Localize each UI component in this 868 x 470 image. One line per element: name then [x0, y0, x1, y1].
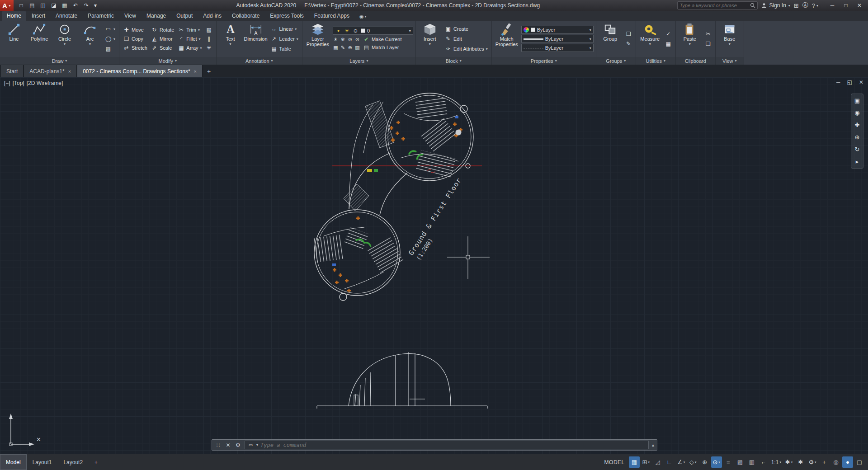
isolate-objects-button[interactable]: ◎ [830, 456, 841, 468]
offset-button[interactable]: ∥ [204, 34, 214, 43]
model-space-tab[interactable]: Model [0, 454, 27, 470]
close-tab-icon[interactable]: × [194, 69, 197, 74]
help-search-input[interactable] [679, 3, 750, 8]
search-icon[interactable] [750, 3, 755, 8]
tab-insert[interactable]: Insert [27, 11, 50, 21]
elevation-view[interactable] [317, 352, 487, 409]
layer-walk-icon[interactable]: ▦ [333, 45, 339, 51]
draw-panel-title[interactable]: Draw▾ [0, 57, 119, 65]
drawing-restore-button[interactable]: ◱ [847, 79, 852, 85]
file-tab-0072-cinemas[interactable]: 0072 - Cinemas Comp... Drawings Sections… [77, 65, 203, 77]
dimension-button[interactable]: A Dimension [244, 22, 268, 56]
autodesk-account-button[interactable]: Ⓐ [802, 1, 808, 9]
layer-lock-icon[interactable]: ⊙ [354, 37, 360, 42]
annotation-visibility-toggle[interactable]: ✱▾ [783, 456, 794, 468]
plot-button[interactable]: ▦ [60, 1, 70, 10]
viewport-minimize-control[interactable]: [−] [4, 80, 10, 86]
minimize-window-button[interactable]: ─ [826, 0, 839, 11]
grid-display-toggle[interactable]: ▦ [629, 456, 640, 468]
tab-add-ins[interactable]: Add-ins [198, 11, 226, 21]
dynamic-input-toggle[interactable]: ⌐ [758, 456, 769, 468]
orbit-icon[interactable]: ↻ [854, 146, 861, 153]
match-layer-button[interactable]: ▤Match Layer [362, 43, 401, 52]
command-input-wrap[interactable]: ▭ ▾ [245, 441, 649, 449]
polar-tracking-toggle[interactable]: ∠▾ [676, 456, 687, 468]
paste-button[interactable]: Paste ▾ [678, 22, 702, 56]
clean-screen-toggle[interactable]: ▢ [854, 456, 865, 468]
explode-button[interactable]: ✳ [204, 43, 214, 52]
new-file-button[interactable]: □ [16, 1, 26, 10]
layer-isolate-icon[interactable]: ⊘ [347, 37, 353, 42]
cut-button[interactable]: ✂ [703, 29, 713, 38]
stretch-button[interactable]: ⇄Stretch [122, 43, 149, 52]
groups-panel-title[interactable]: Groups▾ [596, 57, 636, 65]
command-prompt-icon[interactable]: ▭ [247, 442, 254, 447]
save-button[interactable]: ◫ [38, 1, 48, 10]
make-current-button[interactable]: ✔Make Current [362, 35, 403, 44]
snap-mode-toggle[interactable]: ⊞▾ [641, 456, 651, 468]
copy-button[interactable]: ❏Copy [122, 34, 149, 43]
text-button[interactable]: A Text ▾ [219, 22, 242, 56]
tab-home[interactable]: Home [2, 11, 26, 21]
annotation-panel-title[interactable]: Annotation▾ [217, 57, 302, 65]
command-history-toggle[interactable]: ▴ [652, 442, 654, 447]
drawing-minimize-button[interactable]: ─ [836, 79, 840, 85]
new-layout-button[interactable]: + [89, 454, 104, 470]
edit-block-button[interactable]: ✎Edit [443, 34, 489, 43]
layer-merge-icon[interactable]: ⊕ [347, 45, 353, 51]
new-drawing-tab-button[interactable]: + [203, 65, 215, 77]
lineweight-display-toggle[interactable]: ≡ [723, 456, 734, 468]
graphics-performance-toggle[interactable]: ● [842, 456, 853, 468]
redo-button[interactable]: ↷ [81, 1, 91, 10]
floor-plan[interactable]: Ground & First Floor (1:200) [313, 93, 473, 301]
workspace-switching-button[interactable]: ⚙▾ [807, 456, 818, 468]
erase-button[interactable]: ▧ [204, 25, 214, 34]
quick-calculator-button[interactable]: ▦ [664, 39, 673, 48]
annotation-scale-control[interactable]: 1:1▾ [770, 456, 783, 468]
transparency-toggle[interactable]: ▨ [735, 456, 745, 468]
table-button[interactable]: ▤Table [269, 44, 300, 53]
base-view-button[interactable]: Base ▾ [718, 22, 741, 56]
measure-button[interactable]: Measure ▾ [638, 22, 662, 56]
match-properties-button[interactable]: Match Properties [494, 22, 519, 56]
full-navigation-wheel-icon[interactable]: ▣ [854, 97, 861, 104]
block-panel-title[interactable]: Block▾ [416, 57, 491, 65]
move-button[interactable]: ✚Move [122, 25, 149, 34]
help-search-box[interactable] [677, 1, 758, 9]
autoscale-toggle[interactable]: ✱ [795, 456, 806, 468]
selection-cycling-toggle[interactable]: ▥ [746, 456, 757, 468]
insert-block-button[interactable]: Insert ▾ [418, 22, 442, 56]
drawing-close-button[interactable]: ✕ [859, 79, 863, 85]
tab-parametric[interactable]: Parametric [83, 11, 119, 21]
steering-wheel-icon[interactable]: ◉ [854, 109, 861, 116]
save-as-button[interactable]: ◪ [49, 1, 59, 10]
mirror-button[interactable]: ◭Mirror [150, 34, 175, 43]
command-grip-handle[interactable]: ∷ [215, 442, 222, 448]
command-line-bar[interactable]: ∷ ✕ ⚙ ▭ ▾ ▴ [212, 439, 657, 451]
space-indicator[interactable]: MODEL [604, 459, 625, 465]
command-input[interactable] [260, 442, 646, 448]
layers-panel-title[interactable]: Layers▾ [302, 57, 415, 65]
ribbon-display-toggle[interactable]: ◉ ▾ [359, 14, 367, 21]
line-button[interactable]: Line [2, 22, 26, 56]
create-block-button[interactable]: ▣Create [443, 24, 489, 33]
linear-dimension-button[interactable]: ↔Linear▾ [269, 24, 300, 33]
object-color-dropdown[interactable]: ByLayer ▾ [521, 26, 594, 34]
polyline-button[interactable]: Polyline [28, 22, 51, 56]
maximize-window-button[interactable]: □ [839, 0, 853, 11]
sign-in-button[interactable]: Sign In ▾ [761, 2, 790, 9]
viewport-visual-style-control[interactable]: [2D Wireframe] [27, 80, 63, 86]
layer-off-icon[interactable]: ☀ [333, 37, 339, 42]
linetype-dropdown[interactable]: ByLayer ▾ [521, 44, 594, 52]
tab-annotate[interactable]: Annotate [51, 11, 82, 21]
customize-wrench-icon[interactable]: ⚙ [235, 442, 241, 448]
view-panel-title[interactable]: View▾ [716, 57, 744, 65]
object-snap-toggle[interactable]: ⊙▾ [711, 456, 722, 468]
close-tab-icon[interactable]: × [68, 69, 71, 74]
file-tab-start[interactable]: Start [1, 65, 24, 77]
tab-express-tools[interactable]: Express Tools [265, 11, 308, 21]
tab-view[interactable]: View [119, 11, 141, 21]
drawing-viewport[interactable]: Ground & First Floor (1:200) [0, 77, 868, 454]
ungroup-button[interactable]: ❏ [624, 29, 633, 38]
arc-button[interactable]: Arc ▾ [78, 22, 102, 56]
